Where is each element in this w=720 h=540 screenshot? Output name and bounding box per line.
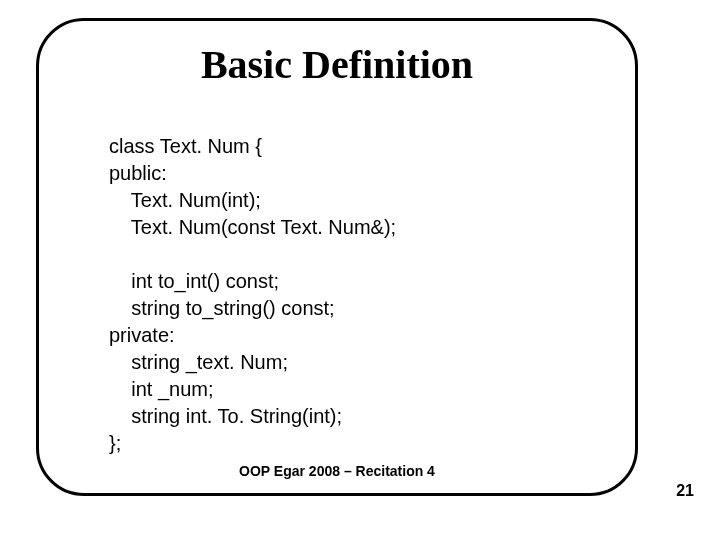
code-line: int _num; (109, 378, 214, 400)
code-line: int to_int() const; (109, 270, 279, 292)
code-line: string to_string() const; (109, 297, 335, 319)
code-line: }; (109, 432, 121, 454)
code-line: Text. Num(int); (109, 189, 261, 211)
code-block: class Text. Num { public: Text. Num(int)… (109, 106, 607, 457)
slide-frame: Basic Definition class Text. Num { publi… (36, 18, 638, 496)
slide-title: Basic Definition (67, 41, 607, 88)
code-line: string int. To. String(int); (109, 405, 342, 427)
code-line: class Text. Num { (109, 135, 262, 157)
page-number: 21 (676, 482, 694, 500)
code-line: private: (109, 324, 175, 346)
slide-footer: OOP Egar 2008 – Recitation 4 (39, 463, 635, 479)
code-line: Text. Num(const Text. Num&); (109, 216, 396, 238)
code-line: public: (109, 162, 167, 184)
code-line: string _text. Num; (109, 351, 288, 373)
